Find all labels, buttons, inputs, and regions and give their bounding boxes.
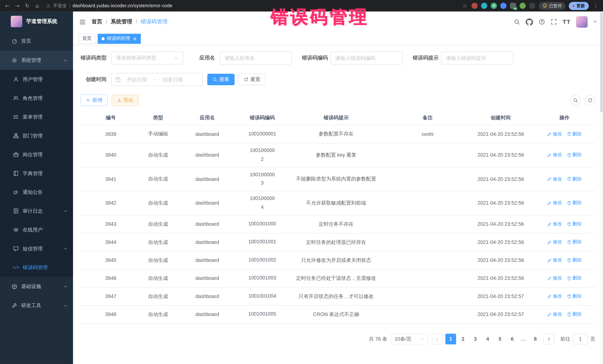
delete-button[interactable]: 删除: [567, 293, 582, 299]
trash-icon: [567, 222, 571, 226]
search-button[interactable]: 搜索: [207, 74, 234, 85]
delete-button[interactable]: 删除: [567, 176, 582, 182]
sidebar-item-dict[interactable]: 字典管理: [0, 164, 73, 183]
delete-button[interactable]: 删除: [567, 152, 582, 158]
action-label: 删除: [572, 311, 582, 318]
edit-button[interactable]: 修改: [547, 239, 562, 245]
page-button[interactable]: 1: [445, 333, 456, 344]
sidebar-item-online-user[interactable]: 在线用户: [0, 220, 73, 239]
breadcrumb-system[interactable]: 系统管理: [111, 18, 132, 25]
sidebar-item-audit-log[interactable]: 审计日志: [0, 202, 73, 221]
toggle-search-button[interactable]: [570, 95, 581, 106]
sidebar-item-role[interactable]: 角色管理: [0, 89, 73, 108]
delete-button[interactable]: 删除: [567, 221, 582, 227]
extension-on-icon[interactable]: [510, 3, 516, 9]
forward-icon[interactable]: →: [14, 3, 21, 9]
create-time-range[interactable]: -: [111, 73, 203, 86]
app-logo[interactable]: 芋道管理系统: [0, 11, 73, 32]
vue-devtools-icon[interactable]: [491, 3, 497, 9]
edit-button[interactable]: 修改: [547, 131, 562, 137]
sidebar-item-home[interactable]: 首页: [0, 32, 73, 51]
edit-button[interactable]: 修改: [547, 275, 562, 281]
cell-app: dashboard: [175, 200, 240, 206]
extension-icon[interactable]: [500, 3, 507, 9]
page-button[interactable]: 8: [530, 333, 541, 344]
start-date-input[interactable]: [123, 77, 151, 82]
prev-page-button[interactable]: [432, 333, 443, 344]
sidebar-item-error-code[interactable]: </>错误码管理: [0, 258, 73, 277]
page-button[interactable]: 4: [482, 333, 493, 344]
chevron-down-icon: [174, 55, 178, 60]
next-page-button[interactable]: [544, 333, 554, 344]
hamburger-icon[interactable]: [79, 19, 86, 25]
close-icon[interactable]: ×: [133, 36, 137, 41]
edit-button[interactable]: 修改: [547, 311, 562, 318]
back-icon[interactable]: ←: [4, 3, 11, 9]
header-search-icon[interactable]: [514, 19, 520, 25]
reset-button[interactable]: 重置: [238, 74, 266, 85]
extension-icon[interactable]: [481, 3, 487, 9]
end-date-input[interactable]: [159, 77, 187, 82]
breadcrumb-home[interactable]: 首页: [92, 18, 102, 25]
page-button[interactable]: 2: [458, 333, 468, 344]
delete-button[interactable]: 删除: [567, 257, 582, 263]
sidebar-item-user[interactable]: 用户管理: [0, 70, 73, 89]
cell-app: dashboard: [175, 311, 240, 317]
error-code-label: 错误码编码: [302, 55, 330, 61]
edit-button[interactable]: 修改: [547, 152, 562, 158]
sidebar-item-sms[interactable]: 短信管理: [0, 239, 73, 258]
sidebar-item-menu[interactable]: 菜单管理: [0, 108, 73, 126]
sidebar-item-system[interactable]: 系统管理: [0, 51, 73, 70]
edit-button[interactable]: 修改: [547, 221, 562, 227]
sidebar-item-notice[interactable]: 通知公告: [0, 183, 73, 202]
bookmark-star-icon[interactable]: ☆: [461, 3, 468, 9]
help-icon[interactable]: [539, 19, 545, 25]
page-button[interactable]: 6: [507, 333, 518, 344]
sidebar-item-dept[interactable]: 部门管理: [0, 126, 73, 145]
home-icon[interactable]: ⌂: [34, 3, 41, 9]
extension-icon[interactable]: [520, 3, 526, 9]
scrollbar-thumb[interactable]: [600, 12, 603, 112]
font-size-icon[interactable]: TT: [563, 19, 570, 25]
delete-button[interactable]: 删除: [567, 311, 582, 318]
tab-active[interactable]: 错误码管理×: [98, 33, 141, 44]
kebab-menu-icon[interactable]: ⋮: [592, 3, 599, 9]
extension-icon[interactable]: [472, 3, 478, 9]
error-hint-input[interactable]: [441, 52, 513, 65]
refresh-table-button[interactable]: [585, 95, 595, 106]
edit-button[interactable]: 修改: [547, 200, 562, 206]
goto-suffix: 页: [590, 335, 595, 342]
fullscreen-icon[interactable]: [551, 19, 557, 25]
window-scrollbar[interactable]: [600, 11, 603, 364]
delete-button[interactable]: 删除: [567, 275, 582, 281]
edit-button[interactable]: 修改: [547, 176, 562, 182]
delete-button[interactable]: 删除: [567, 131, 582, 137]
caret-down-icon[interactable]: [593, 21, 597, 23]
error-code-input[interactable]: [330, 52, 403, 65]
sidebar-item-post[interactable]: 岗位管理: [0, 145, 73, 164]
sidebar-item-dev-tool[interactable]: 研发工具: [0, 296, 73, 315]
page-size-select[interactable]: 10条/页: [391, 333, 428, 344]
tab[interactable]: 首页: [79, 33, 95, 44]
delete-button[interactable]: 删除: [567, 239, 582, 245]
user-avatar[interactable]: [576, 16, 588, 28]
extension-pin-icon[interactable]: [529, 3, 535, 9]
sidebar-item-infra[interactable]: 基础设施: [0, 277, 73, 296]
cell-code: 1001000001: [240, 130, 285, 138]
address-bar[interactable]: ⚠ 不安全 dashboard.yudao.iocoder.cn/system/…: [46, 2, 173, 9]
profile-chip[interactable]: ☺ 已暂停: [539, 2, 565, 10]
app-name-input[interactable]: [220, 52, 292, 65]
add-button[interactable]: 新增: [80, 95, 108, 106]
delete-button[interactable]: 删除: [567, 200, 582, 206]
edit-button[interactable]: 修改: [547, 257, 562, 263]
reload-icon[interactable]: ↻: [24, 3, 31, 9]
edit-button[interactable]: 修改: [547, 293, 562, 299]
goto-page-input[interactable]: [573, 333, 588, 344]
update-button[interactable]: 更新: [569, 2, 589, 10]
page-ellipsis[interactable]: ...: [519, 336, 528, 342]
error-type-select[interactable]: 请选择错误码类型: [111, 52, 184, 65]
page-button[interactable]: 3: [470, 333, 481, 344]
export-button[interactable]: 导出: [112, 95, 139, 106]
github-icon[interactable]: [526, 18, 533, 25]
page-button[interactable]: 5: [494, 333, 505, 344]
